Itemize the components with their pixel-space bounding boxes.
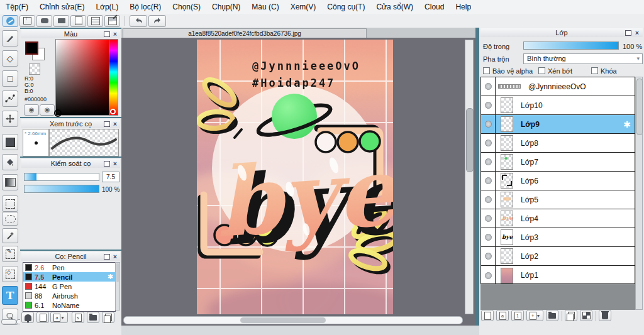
popout-icon[interactable] xyxy=(104,161,110,167)
layer-row[interactable]: Lớp7 xyxy=(481,153,635,172)
brush-row-noname[interactable]: 6.1 NoName xyxy=(23,300,115,310)
menu-edit[interactable]: Chỉnh sửa(E) xyxy=(34,0,90,14)
grid-edit-button[interactable] xyxy=(104,15,120,27)
menu-file[interactable]: Tệp(F) xyxy=(0,0,34,14)
layer-visibility-toggle[interactable] xyxy=(481,266,496,285)
menu-tools[interactable]: Công cụ(T) xyxy=(321,0,370,14)
eraser-tool[interactable]: ◇ xyxy=(2,50,18,67)
select-pen-tool[interactable]: ✎ xyxy=(2,246,18,262)
hue-cursor[interactable] xyxy=(110,109,116,114)
saturation-value-picker[interactable] xyxy=(55,39,109,116)
rectangle-tool[interactable]: □ xyxy=(2,70,18,87)
menu-capture[interactable]: Chụp(N) xyxy=(206,0,246,14)
close-icon[interactable]: × xyxy=(634,29,640,38)
layer-visibility-toggle[interactable] xyxy=(481,209,496,228)
layer-list-scrollbar[interactable] xyxy=(635,77,643,310)
brush-settings-gear-icon[interactable]: ✱ xyxy=(108,273,113,281)
layer-row[interactable]: Lớp10 xyxy=(481,96,635,115)
merge-layer-button[interactable] xyxy=(580,310,592,321)
redo-button[interactable] xyxy=(148,15,166,27)
vertical-scroll-thumb[interactable] xyxy=(466,108,474,172)
layer-visibility-toggle[interactable] xyxy=(481,96,496,114)
sv-cursor[interactable] xyxy=(54,109,62,117)
layer-row[interactable]: Lớp2 xyxy=(481,247,635,266)
menu-help[interactable]: Help xyxy=(450,0,477,14)
horizontal-scroll-thumb[interactable] xyxy=(240,317,326,323)
brush-row-pencil[interactable]: 7.5 Pencil ✱ xyxy=(23,272,115,282)
canvas-horizontal-scrollbar[interactable] xyxy=(123,316,463,324)
text-tool[interactable]: T xyxy=(2,286,18,305)
export-button[interactable] xyxy=(19,15,35,27)
magic-wand-tool[interactable] xyxy=(2,228,18,243)
palette-button-2[interactable]: ◉ xyxy=(40,104,55,116)
canvas-viewport[interactable]: @JynnnieeeOvO #Hoidap247 xyxy=(121,38,475,326)
layer-row[interactable]: Lớp8 xyxy=(481,134,635,153)
lock-checkbox[interactable] xyxy=(591,67,598,74)
hue-slider[interactable] xyxy=(109,39,118,116)
pattern-tool[interactable] xyxy=(2,134,18,150)
layer-settings-gear-icon[interactable]: ✱ xyxy=(623,119,631,129)
new-layer-menu-button[interactable]: +▼ xyxy=(526,310,543,321)
settings-list-button[interactable] xyxy=(87,15,103,27)
document-tab[interactable]: a1ea8f8520adef0fe24fcfbd3ba26736.jpg xyxy=(123,28,367,38)
strip-handle-left[interactable] xyxy=(1,319,16,324)
layer-row[interactable]: Lớp1 xyxy=(481,266,635,285)
menu-color[interactable]: Màu (C) xyxy=(246,0,284,14)
layer-row[interactable]: bye Lớp4 xyxy=(481,209,635,228)
bucket-tool[interactable] xyxy=(2,154,18,170)
blend-mode-dropdown[interactable]: Bình thường ▾ xyxy=(523,53,643,64)
gradient-tool[interactable] xyxy=(2,174,18,190)
menu-cloud[interactable]: Cloud xyxy=(419,0,450,14)
document-button[interactable] xyxy=(70,15,86,27)
preserve-alpha-checkbox[interactable] xyxy=(483,67,490,74)
brush-cloud-button[interactable] xyxy=(21,312,34,323)
layer-scroll-thumb[interactable] xyxy=(636,79,643,135)
clipping-checkbox[interactable] xyxy=(538,67,545,74)
brush-tool[interactable] xyxy=(2,30,18,47)
message-button[interactable] xyxy=(53,15,69,27)
select-eraser-tool[interactable]: ◇ xyxy=(2,266,18,282)
close-icon[interactable]: × xyxy=(112,253,118,261)
layer-visibility-toggle[interactable] xyxy=(481,134,496,152)
foreground-color-swatch[interactable] xyxy=(25,41,38,55)
artwork-canvas[interactable]: @JynnnieeeOvO #Hoidap247 xyxy=(197,40,393,314)
layer-visibility-toggle[interactable] xyxy=(481,153,496,171)
brush-row-airbrush[interactable]: 88 Airbrush xyxy=(23,291,115,300)
close-icon[interactable]: × xyxy=(112,160,118,168)
brush-size-slider[interactable] xyxy=(24,173,99,181)
menu-filter[interactable]: Bộ lọc(R) xyxy=(124,0,167,14)
layer-visibility-toggle[interactable] xyxy=(481,247,496,265)
layer-visibility-toggle[interactable] xyxy=(481,172,496,190)
layer-visibility-toggle[interactable] xyxy=(481,77,496,96)
close-icon[interactable]: × xyxy=(112,30,118,39)
transparent-color-swatch[interactable] xyxy=(29,63,40,75)
comment-button[interactable] xyxy=(36,15,52,27)
select-rect-tool[interactable] xyxy=(2,195,18,212)
brush-folder-button[interactable] xyxy=(87,312,99,323)
brush-row-pen[interactable]: 2.6 Pen xyxy=(23,263,115,272)
layer-row[interactable]: Lớp5 xyxy=(481,190,635,209)
menu-layer[interactable]: Lớp(L) xyxy=(90,0,124,14)
canvas-vertical-scrollbar[interactable] xyxy=(465,40,474,314)
new-paper-layer-button[interactable]: 1 xyxy=(511,310,524,321)
layer-row[interactable]: Lớp6 xyxy=(481,172,635,190)
brush-list-scrollbar[interactable] xyxy=(115,262,120,310)
popout-icon[interactable] xyxy=(104,254,110,260)
layer-visibility-toggle[interactable] xyxy=(481,115,496,133)
duplicate-layer-button[interactable] xyxy=(565,310,577,321)
new-layer-button[interactable] xyxy=(481,310,494,321)
new-brush-button[interactable] xyxy=(36,312,49,323)
menu-view[interactable]: Xem(V) xyxy=(285,0,322,14)
move-tool[interactable] xyxy=(2,111,18,127)
new-folder-button[interactable] xyxy=(546,310,558,321)
layer-visibility-toggle[interactable] xyxy=(481,228,496,246)
palette-button-1[interactable]: ◉ xyxy=(24,104,39,116)
undo-button[interactable] xyxy=(130,15,147,27)
menu-window[interactable]: Cửa sổ(W) xyxy=(370,0,419,14)
popout-icon[interactable] xyxy=(104,31,110,37)
brush-row-gpen[interactable]: 144 G Pen xyxy=(23,282,115,291)
close-icon[interactable]: × xyxy=(112,120,118,129)
delete-layer-button[interactable] xyxy=(599,310,611,321)
popout-icon[interactable] xyxy=(104,121,110,127)
popout-icon[interactable] xyxy=(625,30,631,36)
